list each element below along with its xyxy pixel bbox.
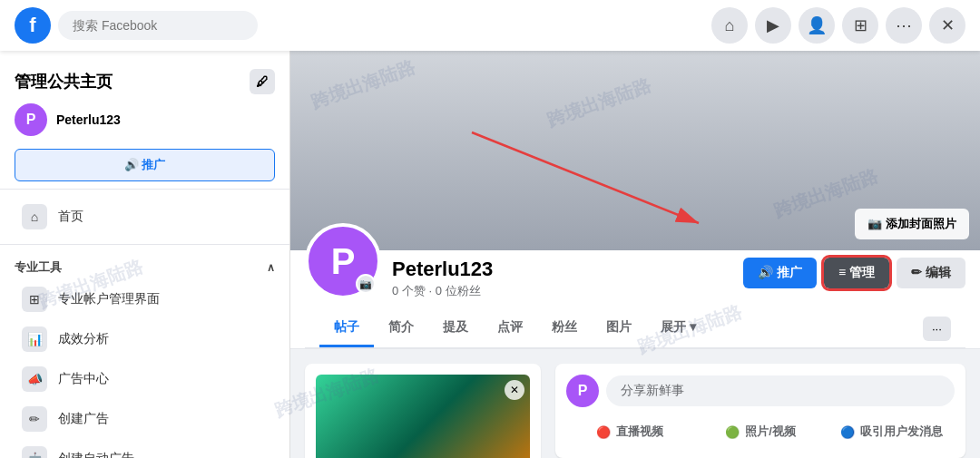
post-card-image: ✕ (305, 364, 541, 458)
photo-video-button[interactable]: 🟢 照片/视频 (697, 416, 824, 447)
promote-button[interactable]: 🔊 推广 (743, 258, 817, 288)
search-input[interactable] (58, 11, 258, 40)
profile-avatar: P 📷 (305, 223, 381, 299)
share-input-row: P 分享新鲜事 (566, 375, 955, 407)
cover-photo: 📷 添加封面照片 (290, 51, 980, 250)
svg-line-1 (472, 132, 699, 223)
message-button[interactable]: 🔵 吸引用户发消息 (828, 416, 955, 447)
home-nav-icon: ⌂ (22, 204, 47, 229)
sidebar: 管理公共主页 🖊 P Peterlu123 🔊 推广 ⌂ 首页 专业工具 ∧ ⊞… (0, 51, 290, 458)
share-actions-row: 🔴 直播视频 🟢 照片/视频 🔵 吸引用户发消息 (566, 416, 955, 447)
sidebar-item-home-label: 首页 (58, 209, 83, 225)
video-icon[interactable]: ▶ (755, 7, 791, 44)
page-avatar-small: P (15, 103, 47, 136)
tab-posts[interactable]: 帖子 (319, 310, 374, 347)
sidebar-item-adcenter[interactable]: 📣 广告中心 (7, 359, 282, 399)
top-nav: f ⌂ ▶ 👤 ⊞ ⋯ ✕ (0, 0, 980, 51)
content-grid: ✕ P 分享新鲜事 🔴 直播视频 � (290, 349, 980, 458)
sidebar-promote-button[interactable]: 🔊 推广 (15, 149, 275, 181)
arrow-annotation (399, 105, 744, 250)
sidebar-item-account[interactable]: ⊞ 专业帐户管理界面 (7, 279, 282, 319)
auto-ad-icon: 🤖 (22, 446, 47, 458)
share-post-card: P 分享新鲜事 🔴 直播视频 🟢 照片/视频 🔵 (555, 364, 965, 458)
tab-mentions[interactable]: 提及 (428, 310, 483, 347)
grid-icon[interactable]: ⋯ (886, 7, 922, 44)
tab-about[interactable]: 简介 (374, 310, 428, 347)
right-column: P 分享新鲜事 🔴 直播视频 🟢 照片/视频 🔵 (555, 364, 965, 458)
profile-name-info: Peterlu123 0 个赞 · 0 位粉丝 (392, 258, 743, 299)
manage-button[interactable]: ≡ 管理 (824, 258, 889, 288)
chevron-up-icon: ∧ (267, 261, 275, 274)
tab-options-button[interactable]: ··· (923, 317, 951, 341)
camera-icon[interactable]: 📷 (356, 274, 376, 294)
sidebar-item-account-label: 专业帐户管理界面 (58, 291, 160, 307)
groups-icon[interactable]: ⊞ (842, 7, 878, 44)
sidebar-divider-1 (0, 189, 289, 190)
layout: 管理公共主页 🖊 P Peterlu123 🔊 推广 ⌂ 首页 专业工具 ∧ ⊞… (0, 51, 980, 458)
tab-followers[interactable]: 粉丝 (537, 310, 592, 347)
friends-icon[interactable]: 👤 (799, 7, 835, 44)
tab-photos[interactable]: 图片 (592, 310, 646, 347)
edit-button[interactable]: ✏ 编辑 (897, 258, 965, 288)
sidebar-item-create-ad-label: 创建广告 (58, 411, 109, 427)
close-post-button[interactable]: ✕ (505, 380, 524, 400)
profile-name: Peterlu123 (392, 258, 743, 281)
share-avatar: P (566, 375, 599, 407)
message-icon: 🔵 (840, 425, 855, 439)
post-image-bg (316, 375, 530, 458)
sidebar-item-home[interactable]: ⌂ 首页 (7, 197, 282, 237)
main-content: 📷 添加封面照片 P 📷 Peterlu123 0 个赞 · 0 位粉丝 🔊 推… (290, 51, 980, 458)
close-icon[interactable]: ✕ (929, 7, 965, 44)
sidebar-item-auto-ad[interactable]: 🤖 创建自动广告 (7, 439, 282, 458)
photo-icon: 🟢 (725, 425, 740, 439)
profile-actions: 🔊 推广 ≡ 管理 ✏ 编辑 (743, 258, 965, 288)
live-video-button[interactable]: 🔴 直播视频 (566, 416, 693, 447)
live-icon: 🔴 (596, 425, 611, 439)
sidebar-title-icon: 🖊 (250, 69, 275, 94)
sidebar-item-create-ad[interactable]: ✏ 创建广告 (7, 399, 282, 439)
adcenter-icon: 📣 (22, 366, 47, 392)
sidebar-title: 管理公共主页 🖊 (0, 62, 289, 98)
sidebar-page-item[interactable]: P Peterlu123 (0, 98, 289, 141)
add-cover-button[interactable]: 📷 添加封面照片 (855, 209, 969, 239)
create-ad-icon: ✏ (22, 406, 47, 432)
page-tabs: 帖子 简介 提及 点评 粉丝 图片 展开 ▾ ··· (305, 310, 965, 348)
analytics-icon: 📊 (22, 326, 47, 352)
sidebar-section-title: 专业工具 ∧ (0, 252, 289, 279)
sidebar-item-auto-ad-label: 创建自动广告 (58, 451, 134, 458)
sidebar-title-text: 管理公共主页 (15, 71, 113, 93)
post-card-image-preview: ✕ (316, 375, 530, 458)
account-icon: ⊞ (22, 287, 47, 312)
facebook-logo: f (15, 7, 51, 44)
sidebar-divider-2 (0, 244, 289, 245)
nav-icons: ⌂ ▶ 👤 ⊞ ⋯ ✕ (711, 7, 965, 44)
home-icon[interactable]: ⌂ (711, 7, 748, 44)
sidebar-item-analytics-label: 成效分析 (58, 331, 109, 347)
sidebar-item-analytics[interactable]: 📊 成效分析 (7, 319, 282, 359)
left-column: ✕ (305, 364, 541, 458)
tab-reviews[interactable]: 点评 (483, 310, 537, 347)
tab-more[interactable]: 展开 ▾ (646, 310, 710, 347)
share-text-input[interactable]: 分享新鲜事 (606, 375, 955, 406)
sidebar-item-adcenter-label: 广告中心 (58, 371, 109, 387)
sidebar-page-name: Peterlu123 (56, 112, 121, 127)
profile-stats: 0 个赞 · 0 位粉丝 (392, 283, 743, 299)
